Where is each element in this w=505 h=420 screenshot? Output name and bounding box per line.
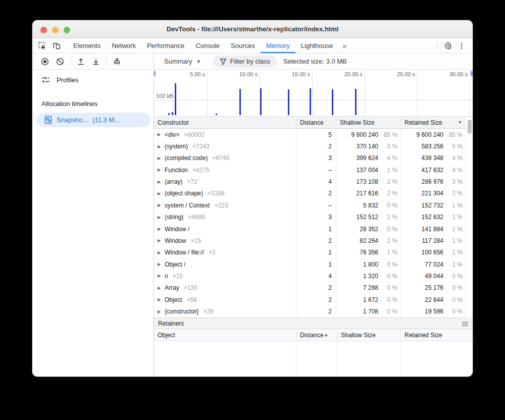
expand-arrow-icon[interactable]: ▶	[158, 250, 165, 255]
load-profile-button[interactable]	[73, 55, 88, 68]
shallow-size-value: 1 320	[336, 273, 378, 280]
table-row[interactable]: ▶ Window / file:// ×2 1 76 356 1 % 100 6…	[154, 247, 473, 258]
snapshot-size: (11.3 M...	[92, 116, 120, 124]
column-header-constructor[interactable]: Constructor	[154, 117, 296, 128]
expand-arrow-icon[interactable]: ▶	[158, 144, 165, 149]
table-row[interactable]: ▶ Function ×4275 – 137 004 1 % 417 632 4…	[154, 164, 473, 176]
timeline-gridline	[417, 70, 418, 116]
allocation-bar	[216, 114, 217, 115]
shallow-size-value: 370 140	[336, 143, 378, 150]
record-icon	[41, 58, 49, 66]
allocation-bar	[175, 83, 176, 115]
table-row[interactable]: ▶ Window ×15 2 82 264 1 % 117 284 1 %	[154, 235, 473, 246]
clear-profiles-button[interactable]	[53, 55, 68, 68]
expand-arrow-icon[interactable]: ▶	[158, 286, 165, 290]
table-row[interactable]: ▶ system / Context ×223 – 5 832 0 % 152 …	[154, 199, 473, 211]
table-row[interactable]: ▶ Object ×58 2 1 672 0 % 22 644 0 %	[154, 294, 473, 305]
customize-devtools-button[interactable]	[454, 42, 469, 50]
distance-value: 4	[296, 270, 336, 282]
expand-arrow-icon[interactable]: ▶	[158, 238, 165, 243]
expand-arrow-icon[interactable]: ▶	[158, 309, 165, 314]
shallow-size-cell: 173 108 2 %	[336, 176, 400, 187]
tab-lighthouse[interactable]: Lighthouse	[295, 38, 339, 53]
retainers-body	[154, 341, 473, 376]
retainers-column-retained-size[interactable]: Retained Size	[400, 329, 473, 341]
table-row[interactable]: ▶ (system) ×7243 2 370 140 3 % 583 256 5…	[154, 140, 473, 152]
memory-scale-label: 102 kB	[156, 93, 173, 99]
table-row[interactable]: ▶ (string) ×4688 3 152 512 1 % 152 632 1…	[154, 212, 473, 223]
constructor-name: Function	[165, 167, 188, 174]
retainers-column-object[interactable]: Object	[154, 329, 296, 341]
tab-memory[interactable]: Memory	[261, 38, 295, 53]
minimize-window-button[interactable]	[52, 27, 59, 33]
timeline-plot[interactable]: 102 kB 5.00 s10.00 s15.00 s20.00 s25.00 …	[154, 70, 473, 117]
expand-arrow-icon[interactable]: ▶	[158, 203, 165, 207]
expand-arrow-icon[interactable]: ▶	[158, 297, 165, 302]
expand-arrow-icon[interactable]: ▶	[158, 274, 165, 278]
table-scrollbar[interactable]	[466, 117, 473, 318]
collect-garbage-button[interactable]	[109, 55, 124, 68]
record-heap-button[interactable]	[37, 55, 53, 68]
more-tabs-button[interactable]: »	[338, 38, 350, 53]
expand-arrow-icon[interactable]: ▶	[158, 180, 165, 184]
retained-size-value: 152 632	[401, 214, 443, 221]
table-row[interactable]: ▶ (object shape) ×3186 2 217 616 2 % 221…	[154, 188, 473, 199]
tab-sources[interactable]: Sources	[225, 38, 261, 53]
table-row[interactable]: ▶ Window / 1 28 352 0 % 141 884 1 %	[154, 223, 473, 235]
table-row[interactable]: ▶ (compiled code) ×8740 3 399 624 4 % 43…	[154, 152, 473, 164]
tab-performance[interactable]: Performance	[141, 38, 190, 53]
shallow-size-percent: 2 %	[378, 190, 397, 197]
distance-value: 3	[296, 212, 336, 223]
devtools-tab-bar: Elements Network Performance Console Sou…	[32, 38, 473, 54]
range-handle-left[interactable]	[154, 71, 156, 76]
column-header-distance[interactable]: Distance	[296, 117, 336, 128]
retainers-column-shallow-size[interactable]: Shallow Size	[337, 329, 400, 341]
shallow-size-value: 76 356	[336, 249, 378, 256]
expand-arrow-icon[interactable]: ▶	[158, 156, 165, 161]
expand-arrow-icon[interactable]: ▶	[158, 168, 165, 172]
tab-network[interactable]: Network	[106, 38, 141, 53]
table-row[interactable]: ▶ Object / 1 1 800 0 % 77 024 1 %	[154, 258, 473, 270]
expand-arrow-icon[interactable]: ▶	[158, 262, 165, 267]
save-profile-button[interactable]	[88, 55, 104, 68]
retainers-column-distance[interactable]: Distance ▲	[296, 329, 337, 341]
expand-arrow-icon[interactable]: ▶	[158, 215, 165, 220]
retained-size-percent: 4 %	[443, 154, 463, 162]
distance-value: 2	[296, 305, 336, 317]
column-header-shallow-size[interactable]: Shallow Size	[336, 117, 400, 128]
expand-arrow-icon[interactable]: ▶	[158, 191, 165, 196]
retained-size-value: 100 656	[401, 249, 443, 256]
constructor-cell: ▶ <div> ×80002	[154, 129, 296, 140]
table-row[interactable]: ▶ Array ×130 2 7 288 0 % 25 176 0 %	[154, 282, 473, 294]
expand-arrow-icon[interactable]: ▶	[158, 132, 165, 137]
perspective-select[interactable]: Summary ▼	[159, 58, 206, 65]
constructor-cell: ▶ Window / file:// ×2	[154, 247, 296, 258]
retained-size-cell: 417 632 4 %	[400, 164, 466, 176]
scrollbar-thumb[interactable]	[468, 120, 472, 134]
settings-button[interactable]	[440, 41, 454, 50]
table-row[interactable]: ▶ <div> ×80002 5 9 600 240 85 % 9 600 24…	[154, 129, 473, 140]
table-row[interactable]: ▶ (array) ×72 4 173 108 2 % 286 976 3 %	[154, 176, 473, 187]
tab-console[interactable]: Console	[190, 38, 225, 53]
retained-size-value: 286 976	[401, 178, 443, 185]
retained-size-cell: 22 644 0 %	[400, 294, 466, 305]
constructor-name: (object shape)	[165, 190, 203, 197]
retained-size-cell: 438 348 4 %	[400, 152, 466, 164]
tab-elements[interactable]: Elements	[68, 38, 106, 53]
snapshot-item[interactable]: Snapsho... (11.3 M...	[36, 113, 150, 127]
profiles-header[interactable]: Profiles	[41, 74, 78, 86]
table-row[interactable]: ▶ {constructor} ×28 2 1 708 0 % 19 596 0…	[154, 305, 473, 317]
expand-arrow-icon[interactable]: ▶	[158, 227, 165, 231]
shallow-size-cell: 370 140 3 %	[336, 140, 400, 152]
close-window-button[interactable]	[40, 27, 47, 33]
zoom-window-button[interactable]	[64, 27, 70, 33]
table-row[interactable]: ▶ n ×15 4 1 320 0 % 49 044 0 %	[154, 270, 473, 282]
toggle-device-toolbar-button[interactable]	[49, 38, 64, 53]
gear-icon	[443, 41, 452, 50]
shallow-size-cell: 5 832 0 %	[336, 199, 400, 211]
column-header-retained-size[interactable]: Retained Size ▼	[400, 117, 466, 128]
inspect-element-button[interactable]	[35, 38, 49, 53]
range-handle-right[interactable]	[471, 71, 473, 76]
retainers-menu-button[interactable]	[462, 321, 469, 327]
class-filter-input[interactable]: Filter by class	[213, 56, 277, 68]
